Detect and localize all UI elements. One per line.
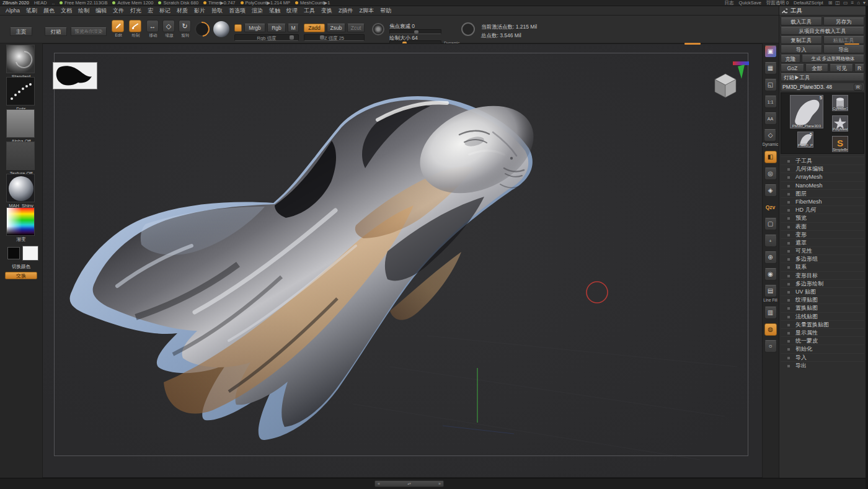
menu-item[interactable]: 笔刷 [23,7,40,15]
rgb-button[interactable]: Rgb [267,24,286,32]
scroll-right-arrow[interactable]: » [438,482,441,486]
brush-thumbnail[interactable] [6,45,35,73]
load-tool-button[interactable]: 载入工具 [781,17,822,25]
tool-section-row[interactable]: 导入 [781,353,864,361]
menu-item[interactable]: 材质 [174,7,191,15]
menu-item[interactable]: 编辑 [92,7,110,15]
dual-screen-icon[interactable]: ◫ [835,0,840,6]
focal-shift-slider[interactable] [389,29,441,34]
menu-item[interactable]: 帮助 [377,7,394,15]
current-brush[interactable]: Standard [6,45,36,79]
draw-mode-button[interactable]: 绘制 [128,20,144,40]
menu-item[interactable]: 颜色 [40,7,58,15]
local-transform-button[interactable]: ◎ [764,168,777,180]
plane3d-thumbnail[interactable]: 5 PM3D_Plane3D3 [797,132,813,148]
tool-section-row[interactable]: 可见性 [781,246,864,254]
rgb-intensity-slider[interactable]: Rgb 强度 [234,34,299,41]
backface-transparency-control[interactable]: 背面透明 0 [766,0,789,6]
menu-item[interactable]: 纹理 [283,7,301,15]
current-material[interactable]: MAH_Shiny [6,174,36,209]
tool-section-row[interactable]: 导出 [781,361,864,369]
stroke-preview[interactable] [192,19,213,40]
tool-section-row[interactable]: ArrayMesh [781,173,864,181]
lightbox-button[interactable]: 灯箱 [45,27,67,36]
log-button[interactable]: 日志 [725,0,734,6]
lightbox-tool-button[interactable]: 灯箱▶工具 [781,73,864,81]
current-stroke[interactable]: Dots [6,77,36,112]
load-from-project-button[interactable]: 从项目文件载入工具 [781,27,864,35]
dynamic-perspective-button[interactable]: ◇ [764,129,776,141]
mrgb-button[interactable]: Mrgb [244,24,265,32]
qzv-button[interactable]: Qzv [764,201,777,213]
frame-button[interactable]: ▢ [764,218,777,230]
zscript-button[interactable]: DefaultZScript [794,0,823,6]
transparency-button[interactable]: ◍ [764,323,777,336]
menu-item[interactable]: 灯光 [127,7,144,15]
bar-icon[interactable]: ▭ [843,0,848,6]
zadd-button[interactable]: Zadd [304,24,325,32]
cylinder3d-thumbnail[interactable]: Cylinder3D [832,95,848,111]
stroke-thumbnail[interactable] [6,77,35,105]
move-doc-button[interactable]: + [764,235,777,247]
tool-section-row[interactable]: 子工具 [781,156,864,164]
goz-visible-button[interactable]: 可见 [830,64,853,72]
floor-grid-button[interactable]: ◧ [764,151,777,163]
scroll-left-arrow[interactable]: « [378,482,380,486]
menu-item[interactable]: Z脚本 [356,7,378,15]
actual-doc-button[interactable]: ◉ [764,268,777,280]
zcut-button[interactable]: Zcut [347,24,365,32]
bpr-render-button[interactable]: ▣ [764,45,777,58]
zoom-doc-button[interactable]: ⊕ [764,251,777,264]
menu-item[interactable]: 文件 [110,7,127,15]
tool-section-row[interactable]: 表面 [781,222,864,230]
collapse-icon[interactable]: ▾ [863,0,866,6]
m-button[interactable]: M [288,24,299,32]
goz-button[interactable]: GoZ [781,64,804,72]
z-intensity-slider[interactable]: Z 强度 25 [304,34,365,41]
aa-half-button[interactable]: AA [764,112,777,125]
tool-section-row[interactable]: FiberMesh [781,197,864,205]
menu-item[interactable]: Alpha [2,7,23,14]
tool-section-row[interactable]: 置换贴图 [781,303,864,312]
menu-item[interactable]: 标记 [156,7,174,15]
menu-item[interactable]: 文档 [58,7,75,15]
material-thumbnail[interactable] [6,174,35,202]
quicksave-button[interactable]: QuickSave [739,0,761,6]
tool-section-row[interactable]: 图层 [781,189,864,197]
tool-section-row[interactable]: 初始化 [781,344,864,352]
rotate-mode-button[interactable]: ↻ 旋转 [177,20,193,40]
current-tool-r-button[interactable]: R [854,84,862,91]
current-texture[interactable]: Texture Off [6,141,36,176]
line-fill-button[interactable]: ▤ [764,285,777,297]
scrollbar-handle[interactable]: « ▴▾ » [374,480,444,487]
ghost-button[interactable]: ○ [764,340,777,352]
edit-mode-button[interactable]: Edit [110,20,126,40]
tool-section-row[interactable]: 矢量置换贴图 [781,320,864,328]
actual-size-button[interactable]: 1:1 [764,96,777,108]
tool-section-row[interactable]: NanoMesh [781,181,864,189]
texture-thumbnail[interactable] [6,141,35,170]
menu-item[interactable]: 工具 [301,7,318,15]
clone-button[interactable]: 克隆 [781,55,800,63]
menu-item[interactable]: 渲染 [249,7,266,15]
rgb-intensity-handle[interactable] [290,35,294,40]
menu-item[interactable]: 宏 [144,7,156,15]
scale-mode-button[interactable]: ◇ 缩放 [161,20,177,40]
menu-item[interactable]: 影片 [191,7,208,15]
subpixel-button[interactable]: ▦ [764,62,777,74]
canvas-divider-mark[interactable] [684,43,701,45]
tool-section-row[interactable]: 变形 [781,230,864,238]
tool-section-row[interactable]: 显示属性 [781,328,864,336]
tool-section-row[interactable]: 多边形绘制 [781,279,864,287]
local-symmetry-button[interactable]: ◈ [764,184,777,197]
simplebrush-thumbnail[interactable]: S SimpleBrush [832,136,848,152]
preview-boolean-button[interactable]: 预览布尔渲染 [71,27,107,36]
tool-section-row[interactable]: UV 贴图 [781,287,864,295]
current-tool-row[interactable]: PM3D_Plane3D3. 48 R [781,83,864,91]
menu-item[interactable]: Z插件 [335,7,356,15]
home-button[interactable]: 主页 [10,27,32,36]
tool-section-row[interactable]: 法线贴图 [781,312,864,320]
make-polymesh-button[interactable]: 生成 多边形网格物体 [802,55,864,63]
copy-tool-button[interactable]: 复制工具 [781,36,822,44]
save-as-button[interactable]: 另存为 [823,17,865,25]
